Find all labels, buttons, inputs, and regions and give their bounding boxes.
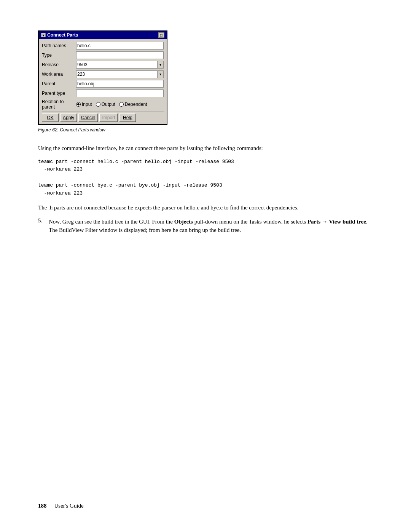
workarea-dropdown-arrow[interactable]: ▼ <box>158 70 164 78</box>
close-icon: □ <box>160 33 162 37</box>
relation-radio-group: Input Output Dependent <box>76 102 147 107</box>
parent-row: Parent <box>42 80 164 88</box>
help-button[interactable]: Help <box>119 113 136 122</box>
parent-type-label: Parent type <box>42 91 76 96</box>
parts-bold: Parts → View build tree <box>307 219 366 225</box>
objects-bold: Objects <box>174 219 193 225</box>
ok-button[interactable]: OK <box>42 113 59 122</box>
page-number: 188 <box>38 503 47 509</box>
parent-label: Parent <box>42 81 76 86</box>
type-row: Type <box>42 51 164 59</box>
dialog-close-button[interactable]: □ <box>158 32 164 38</box>
release-dropdown-arrow[interactable]: ▼ <box>158 61 164 69</box>
type-label: Type <box>42 53 76 58</box>
workarea-field-group: ▼ <box>76 70 164 78</box>
paragraph1: Using the command-line interface, he can… <box>38 144 373 153</box>
radio-dependent[interactable]: Dependent <box>119 102 147 107</box>
radio-dependent-label: Dependent <box>125 102 147 107</box>
parent-type-row: Parent type <box>42 89 164 97</box>
radio-output-circle <box>96 102 100 107</box>
cancel-button[interactable]: Cancel <box>78 113 98 122</box>
release-input[interactable] <box>76 61 158 69</box>
workarea-label: Work area <box>42 72 76 77</box>
workarea-input[interactable] <box>76 70 158 78</box>
path-names-row: Path names <box>42 42 164 50</box>
radio-input[interactable]: Input <box>76 102 92 107</box>
paragraph2: The .h parts are not connected because h… <box>38 203 373 212</box>
page-footer: 188 User's Guide <box>38 503 373 509</box>
titlebar-left: ▼ Connect Parts <box>41 32 78 38</box>
dialog-titlebar: ▼ Connect Parts □ <box>39 31 167 39</box>
parent-input[interactable] <box>76 80 164 88</box>
radio-output[interactable]: Output <box>96 102 115 107</box>
item-number: 5. <box>38 217 46 235</box>
dialog-body: Path names Type Release ▼ <box>39 39 167 124</box>
radio-input-label: Input <box>82 102 92 107</box>
release-label: Release <box>42 62 76 67</box>
path-names-label: Path names <box>42 43 76 48</box>
apply-button[interactable]: Apply <box>60 113 77 122</box>
radio-dependent-circle <box>119 102 124 107</box>
item-text: Now, Greg can see the build tree in the … <box>49 217 373 235</box>
connect-parts-dialog: ▼ Connect Parts □ Path names Type <box>38 30 167 125</box>
figure-caption: Figure 62. Connect Parts window <box>38 127 105 133</box>
title-icon: ▼ <box>41 33 46 37</box>
radio-output-label: Output <box>102 102 115 107</box>
button-row: OK Apply Cancel Import Help <box>42 112 164 122</box>
dialog-wrapper: ▼ Connect Parts □ Path names Type <box>38 30 373 139</box>
release-row: Release ▼ <box>42 61 164 69</box>
footer-guide-text: User's Guide <box>54 503 84 509</box>
relation-row: Relation to parent Input Output Depen <box>42 99 164 110</box>
import-button[interactable]: Import <box>99 113 118 122</box>
relation-label: Relation to parent <box>42 99 76 110</box>
path-names-input[interactable] <box>76 42 164 50</box>
release-field-group: ▼ <box>76 61 164 69</box>
workarea-row: Work area ▼ <box>42 70 164 78</box>
code-block: teamc part -connect hello.c -parent hell… <box>38 158 373 198</box>
numbered-item-5: 5. Now, Greg can see the build tree in t… <box>38 217 373 235</box>
parent-type-input[interactable] <box>76 89 164 97</box>
type-input[interactable] <box>76 51 164 59</box>
radio-input-circle <box>76 102 81 107</box>
dialog-title: Connect Parts <box>47 32 78 38</box>
